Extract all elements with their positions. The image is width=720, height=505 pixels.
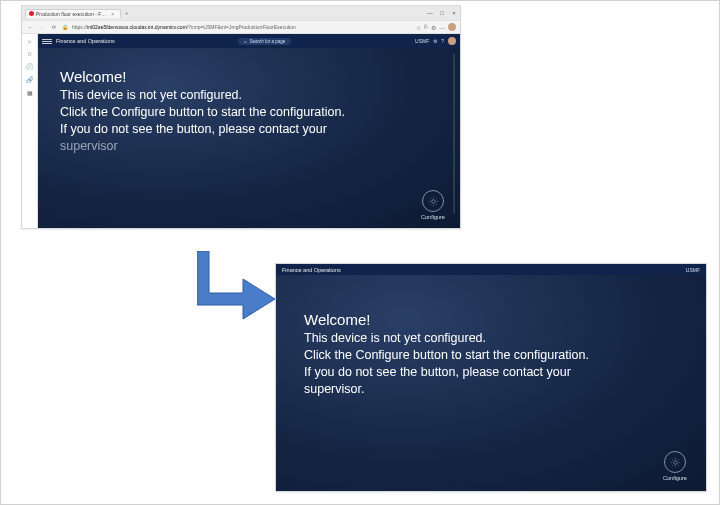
rail-link-icon[interactable]: 🔗 — [26, 76, 33, 83]
url-prefix: https:// — [72, 24, 87, 30]
nav-refresh-icon[interactable]: ⟳ — [50, 24, 58, 30]
extension-icon[interactable]: ⚙ — [431, 24, 436, 31]
collections-icon[interactable]: ⎘ — [424, 24, 428, 30]
left-rail: ⌂ ☆ 🕘 🔗 ▦ — [22, 34, 38, 228]
rail-grid-icon[interactable]: ▦ — [27, 89, 33, 96]
transition-arrow-icon — [197, 251, 277, 329]
rail-home-icon[interactable]: ⌂ — [28, 38, 32, 44]
app-main: Finance and Operations ⌕ Search for a pa… — [38, 34, 460, 228]
app-body-fullscreen: Welcome! This device is not yet configur… — [276, 275, 706, 491]
welcome-line2: Click the Configure button to start the … — [304, 347, 696, 364]
favorite-icon[interactable]: ☆ — [416, 24, 421, 31]
welcome-line1: This device is not yet configured. — [60, 87, 450, 104]
nav-back-icon[interactable]: ← — [26, 24, 34, 30]
lock-icon: 🔒 — [62, 24, 68, 30]
company-picker[interactable]: USMF — [415, 38, 429, 44]
welcome-line1: This device is not yet configured. — [304, 330, 696, 347]
url-path: /?cmp=USMF&mi=JmgProductionFloorExecutio… — [187, 24, 296, 30]
welcome-title: Welcome! — [60, 68, 450, 85]
browser-window-after: Finance and Operations USMF Welcome! Thi… — [275, 263, 707, 492]
welcome-line3a: If you do not see the button, please con… — [304, 364, 696, 381]
profile-avatar[interactable] — [448, 23, 456, 31]
browser-tab[interactable]: Production floor execution - F… × — [25, 9, 121, 18]
configure-button[interactable]: Configure — [416, 190, 450, 220]
nav-forward-icon: → — [38, 24, 46, 30]
welcome-line3b: supervisor. — [304, 381, 696, 398]
window-close-button[interactable]: × — [448, 10, 460, 16]
search-icon: ⌕ — [244, 39, 247, 44]
welcome-line3b-cut: supervisor — [60, 138, 450, 155]
rail-star-icon[interactable]: ☆ — [27, 50, 32, 57]
configure-label: Configure — [658, 475, 692, 481]
window-min-button[interactable]: — — [424, 10, 436, 16]
menu-icon[interactable]: ⋯ — [439, 24, 445, 31]
app-header: Finance and Operations ⌕ Search for a pa… — [38, 34, 460, 48]
browser-window-before: Production floor execution - F… × + — □ … — [21, 5, 461, 229]
app-body: Welcome! This device is not yet configur… — [38, 48, 460, 228]
app-header-fullscreen: Finance and Operations USMF — [276, 264, 706, 275]
search-placeholder: Search for a page — [249, 39, 285, 44]
favicon — [29, 11, 34, 16]
tab-close-icon[interactable]: × — [111, 11, 114, 17]
gear-icon — [422, 190, 444, 212]
product-name: Finance and Operations — [282, 267, 341, 273]
search-box[interactable]: ⌕ Search for a page — [238, 38, 291, 45]
scrollbar[interactable] — [453, 54, 455, 214]
configure-button[interactable]: Configure — [658, 451, 692, 481]
welcome-line3a: If you do not see the button, please con… — [60, 121, 450, 138]
url-host: int02ae5fdemoaos.cloudax.int.dynamics.co… — [87, 24, 187, 30]
url[interactable]: https://int02ae5fdemoaos.cloudax.int.dyn… — [72, 24, 296, 30]
new-tab-button[interactable]: + — [125, 10, 128, 16]
address-bar: ← → ⟳ 🔒 https://int02ae5fdemoaos.cloudax… — [22, 20, 460, 34]
welcome-line2: Click the Configure button to start the … — [60, 104, 450, 121]
app-shell: ⌂ ☆ 🕘 🔗 ▦ Finance and Operations ⌕ Searc… — [22, 34, 460, 228]
titlebar: Production floor execution - F… × + — □ … — [22, 6, 460, 20]
product-name: Finance and Operations — [56, 38, 115, 44]
hamburger-icon[interactable] — [42, 39, 52, 44]
window-max-button[interactable]: □ — [436, 10, 448, 16]
rail-recent-icon[interactable]: 🕘 — [26, 63, 33, 70]
address-bar-actions: ☆ ⎘ ⚙ ⋯ — [416, 23, 456, 31]
help-icon[interactable]: ? — [441, 38, 444, 44]
user-avatar[interactable] — [448, 37, 456, 45]
configure-label: Configure — [416, 214, 450, 220]
company-picker[interactable]: USMF — [686, 267, 700, 273]
gear-icon — [664, 451, 686, 473]
welcome-title: Welcome! — [304, 311, 696, 328]
settings-icon[interactable]: ⚙ — [433, 38, 437, 44]
welcome-message: Welcome! This device is not yet configur… — [60, 68, 450, 155]
tab-title: Production floor execution - F… — [36, 11, 106, 17]
